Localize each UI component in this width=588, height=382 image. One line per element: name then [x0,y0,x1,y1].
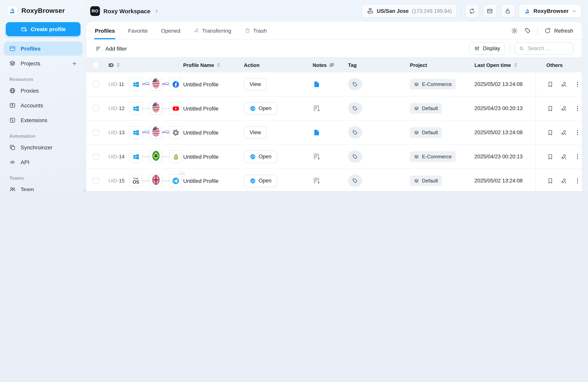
more-actions-button[interactable] [574,177,581,184]
view-button[interactable]: View [244,126,267,139]
layers-icon [414,106,419,111]
mail-button[interactable] [483,4,497,18]
caret-down-icon [572,8,577,13]
col-project: Project [410,62,427,68]
row-checkbox[interactable] [93,105,99,112]
tag-icon[interactable] [524,27,531,34]
tabs: ProfilesFavoriteOpenedTransferringTrash [95,22,267,39]
project-pill[interactable]: Default [410,103,442,114]
gear-icon[interactable] [511,27,518,34]
last-open-time: 2025/05/02 13:24:08 [474,129,523,135]
bookmark-button[interactable] [547,153,554,160]
sidebar-item-profiles[interactable]: Profiles [4,42,83,56]
transfer-profile-button[interactable] [560,81,567,88]
others-cell [536,96,582,120]
col-last-open[interactable]: Last Open time [474,62,511,68]
tab-trash[interactable]: Trash [244,22,267,39]
eye-off-icon[interactable] [329,62,335,68]
add-tag-button[interactable] [348,175,362,187]
search-input[interactable] [527,45,569,52]
add-tag-button[interactable] [348,102,362,114]
table-row: UID-14SUntitled ProfileOpenE-Commerce202… [86,145,582,169]
project-pill[interactable]: Default [410,175,442,186]
sidebar-item-accounts[interactable]: Accounts [4,98,83,112]
open-button[interactable]: Open [244,174,277,187]
display-button[interactable]: Display [469,42,505,55]
profile-chain [129,102,182,115]
filter-row: Add filter Display [86,40,582,58]
workspace-switcher[interactable]: RO Roxy Workspace [90,6,159,16]
open-button[interactable]: Open [244,150,277,163]
add-note-icon[interactable] [313,104,321,112]
add-tag-button[interactable] [348,127,362,138]
tab-profiles[interactable]: Profiles [95,22,115,39]
link-dotted [161,104,170,113]
profile-chain [129,78,182,91]
bookmark-button[interactable] [547,81,554,88]
sort-icon[interactable] [514,63,517,67]
lock-button[interactable] [501,4,515,18]
transfer-profile-button[interactable] [560,153,567,160]
more-actions-button[interactable] [574,81,581,88]
profile-uid: UID-14 [108,154,125,159]
flag-br-icon [149,150,162,163]
create-profile-label: Create profile [31,26,66,32]
sidebar-item-api[interactable]: API [4,155,83,169]
bookmark-button[interactable] [547,105,554,112]
sync-button[interactable] [465,4,479,18]
col-profile-name[interactable]: Profile Name [183,62,214,68]
note-icon[interactable] [313,80,321,88]
transfer-profile-button[interactable] [560,105,567,112]
add-note-icon[interactable] [313,177,321,185]
add-tag-button[interactable] [348,78,362,90]
section-teams: Teams [9,175,86,181]
search-box [515,42,573,55]
row-checkbox[interactable] [93,177,99,184]
transfer-profile-button[interactable] [560,177,567,184]
sidebar-item-team[interactable]: Team [4,182,83,191]
sort-icon[interactable] [117,63,120,67]
sidebar-item-projects[interactable]: Projects [4,56,83,70]
row-checkbox[interactable] [93,81,99,87]
sidebar-scrollbar[interactable] [84,190,85,191]
refresh-button[interactable]: Refresh [544,27,573,34]
filter-icon [95,45,102,52]
add-project-icon[interactable] [72,61,77,66]
more-actions-button[interactable] [574,129,581,136]
sort-icon[interactable] [217,63,220,67]
proxy-status-button[interactable]: US/San Jose (173.249.199.84) [362,4,457,18]
add-filter-button[interactable]: Add filter [95,45,127,52]
col-id[interactable]: ID [108,62,114,68]
add-note-icon[interactable] [313,152,321,161]
project-pill[interactable]: E-Commerce [410,151,456,162]
transfer-profile-button[interactable] [560,129,567,136]
transfer-person-icon [194,28,200,33]
layers-icon [414,130,419,135]
more-actions-button[interactable] [574,105,581,112]
tag-icon [352,129,358,136]
sidebar-item-extensions[interactable]: Extensions [4,113,83,127]
section-resources: Resources [9,77,86,82]
tab-favorite[interactable]: Favorite [128,22,148,39]
open-button[interactable]: Open [244,102,277,115]
add-tag-button[interactable] [348,150,362,163]
sync-icon [469,8,475,14]
bookmark-button[interactable] [547,177,554,184]
project-pill[interactable]: E-Commerce [410,79,456,89]
tab-opened[interactable]: Opened [161,22,180,39]
account-menu-button[interactable]: RoxyBrowser [519,4,582,18]
section-automation: Automation [9,133,86,139]
row-checkbox[interactable] [93,129,99,136]
view-button[interactable]: View [244,78,267,90]
tab-transferring[interactable]: Transferring [194,22,231,39]
select-all-checkbox[interactable] [93,62,99,68]
sidebar-item-synchroinzer[interactable]: Synchroinzer [4,140,83,154]
note-icon[interactable] [313,128,321,137]
more-actions-button[interactable] [574,153,581,160]
bookmark-button[interactable] [547,129,554,136]
row-checkbox[interactable] [93,153,99,160]
project-pill[interactable]: Default [410,127,442,138]
sidebar-item-proxies[interactable]: Proxies [4,84,83,98]
flag-us-icon [149,78,162,91]
create-profile-button[interactable]: Create profile [6,22,81,36]
